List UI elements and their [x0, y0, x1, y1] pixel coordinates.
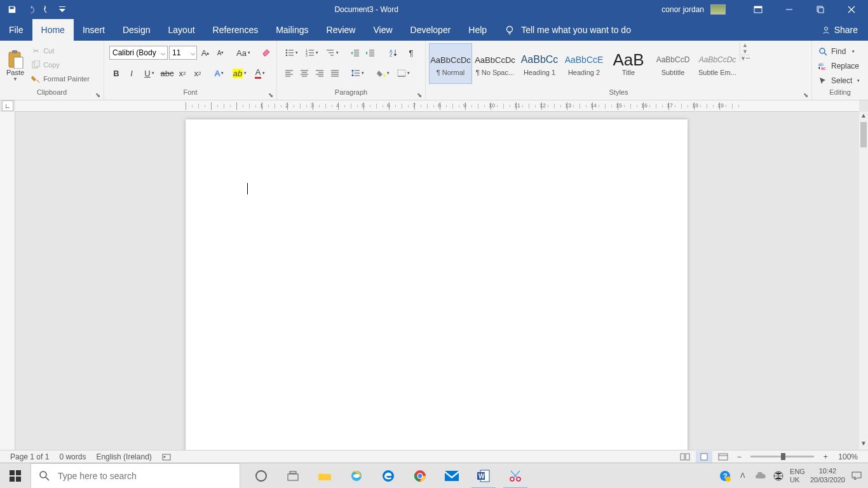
subscript-button[interactable]: x2: [175, 66, 189, 80]
undo-button[interactable]: [22, 1, 38, 18]
minimize-button[interactable]: [775, 0, 803, 19]
font-launcher[interactable]: ⬊: [266, 90, 275, 99]
style-subtle-em---[interactable]: AaBbCcDcSubtle Em...: [696, 43, 739, 84]
increase-indent-button[interactable]: [363, 46, 377, 60]
numbering-button[interactable]: 123▾: [302, 46, 322, 60]
tab-references[interactable]: References: [204, 19, 268, 41]
show-paragraph-marks-button[interactable]: ¶: [404, 46, 418, 60]
print-layout-button[interactable]: [696, 451, 712, 463]
tab-help[interactable]: Help: [459, 19, 496, 41]
horizontal-ruler[interactable]: 12345678910111213141516171819: [15, 100, 859, 112]
italic-button[interactable]: I: [125, 66, 139, 80]
font-name-combo[interactable]: ⌵: [109, 46, 168, 60]
change-case-button[interactable]: Aa▾: [234, 46, 253, 60]
style-title[interactable]: AaBTitle: [607, 43, 650, 84]
page-number-status[interactable]: Page 1 of 1: [5, 452, 54, 461]
mail-button[interactable]: [437, 463, 466, 489]
zoom-slider-knob[interactable]: [781, 453, 785, 460]
macro-recording-button[interactable]: [157, 452, 176, 461]
start-button[interactable]: [0, 463, 31, 489]
paste-button[interactable]: Paste ▼: [3, 43, 28, 88]
text-effects-button[interactable]: A▾: [210, 66, 229, 80]
superscript-button[interactable]: x2: [191, 66, 205, 80]
align-center-button[interactable]: [297, 66, 311, 80]
tab-home[interactable]: Home: [32, 19, 74, 41]
borders-button[interactable]: ▾: [394, 66, 413, 80]
style-heading-1[interactable]: AaBbCcHeading 1: [518, 43, 561, 84]
line-spacing-button[interactable]: ▾: [348, 66, 367, 80]
tray-overflow-button[interactable]: ᐱ: [736, 470, 749, 482]
copy-button[interactable]: Copy: [28, 58, 92, 72]
justify-button[interactable]: [328, 66, 342, 80]
save-button[interactable]: [4, 1, 20, 18]
style---no-spac---[interactable]: AaBbCcDc¶ No Spac...: [473, 43, 517, 84]
tab-design[interactable]: Design: [114, 19, 159, 41]
tab-insert[interactable]: Insert: [74, 19, 114, 41]
find-button[interactable]: Find ▾: [815, 44, 864, 58]
language-indicator[interactable]: ENG UK: [790, 468, 805, 483]
scroll-up-button[interactable]: ▲: [859, 112, 868, 122]
word-button[interactable]: W: [469, 463, 498, 489]
zoom-out-button[interactable]: −: [734, 452, 744, 461]
tell-me-search[interactable]: Tell me what you want to do: [496, 19, 640, 41]
zoom-slider[interactable]: [750, 456, 814, 458]
user-avatar[interactable]: [710, 4, 726, 15]
tab-review[interactable]: Review: [318, 19, 365, 41]
cut-button[interactable]: ✂ Cut: [28, 44, 92, 58]
bold-button[interactable]: B: [109, 66, 123, 80]
underline-button[interactable]: U▾: [140, 66, 159, 80]
tab-selector-button[interactable]: ∟: [2, 100, 13, 111]
document-page[interactable]: [186, 119, 688, 488]
internet-explorer-button[interactable]: [342, 463, 371, 489]
multilevel-list-button[interactable]: ▾: [323, 46, 342, 60]
styles-launcher[interactable]: ⬊: [801, 90, 810, 99]
clipboard-launcher[interactable]: ⬊: [93, 90, 102, 99]
font-color-button[interactable]: A▾: [250, 66, 269, 80]
file-explorer-button[interactable]: [310, 463, 339, 489]
style-subtitle[interactable]: AaBbCcDSubtitle: [651, 43, 695, 84]
word-count-status[interactable]: 0 words: [54, 452, 91, 461]
share-button[interactable]: Share: [811, 19, 868, 41]
cortana-button[interactable]: [247, 463, 276, 489]
gallery-expand[interactable]: ▼: [740, 55, 750, 62]
close-button[interactable]: [837, 0, 865, 19]
shrink-font-button[interactable]: A▾: [214, 46, 227, 60]
chevron-down-icon[interactable]: ⌵: [189, 48, 196, 57]
shading-button[interactable]: ▾: [374, 66, 393, 80]
help-tray-icon[interactable]: ?: [719, 470, 731, 482]
align-right-button[interactable]: [313, 66, 327, 80]
tab-mailings[interactable]: Mailings: [267, 19, 317, 41]
decrease-indent-button[interactable]: [348, 46, 362, 60]
strikethrough-button[interactable]: abc: [160, 66, 174, 80]
web-layout-button[interactable]: [715, 451, 731, 463]
align-left-button[interactable]: [282, 66, 296, 80]
replace-button[interactable]: abac Replace: [815, 58, 864, 73]
tab-file[interactable]: File: [0, 19, 32, 41]
redo-button[interactable]: [39, 1, 56, 18]
zoom-level[interactable]: 100%: [833, 452, 863, 461]
maximize-button[interactable]: [806, 0, 834, 19]
font-size-combo[interactable]: ⌵: [169, 46, 197, 60]
tab-view[interactable]: View: [364, 19, 401, 41]
ribbon-display-options-button[interactable]: [743, 0, 772, 19]
task-view-button[interactable]: [278, 463, 308, 489]
paragraph-launcher[interactable]: ⬊: [415, 90, 424, 99]
action-center-button[interactable]: 7: [850, 470, 863, 482]
font-size-input[interactable]: [170, 48, 189, 57]
clear-formatting-button[interactable]: [259, 46, 273, 60]
gallery-scroll-up[interactable]: ▲: [740, 42, 750, 48]
vertical-ruler[interactable]: [0, 112, 15, 450]
chrome-button[interactable]: [405, 463, 435, 489]
qat-customize-button[interactable]: [57, 1, 67, 18]
read-mode-button[interactable]: [677, 451, 693, 463]
network-tray-icon[interactable]: [772, 470, 785, 482]
format-painter-button[interactable]: Format Painter: [28, 72, 92, 86]
sort-button[interactable]: AZ: [384, 46, 403, 60]
gallery-scroll-down[interactable]: ▼: [740, 48, 750, 55]
clock[interactable]: 10:42 20/03/2020: [810, 467, 845, 484]
highlight-button[interactable]: ab▾: [230, 66, 249, 80]
tab-developer[interactable]: Developer: [402, 19, 460, 41]
style---normal[interactable]: AaBbCcDc¶ Normal: [429, 43, 472, 84]
select-button[interactable]: Select ▾: [815, 73, 864, 88]
snipping-tool-button[interactable]: [501, 463, 530, 489]
